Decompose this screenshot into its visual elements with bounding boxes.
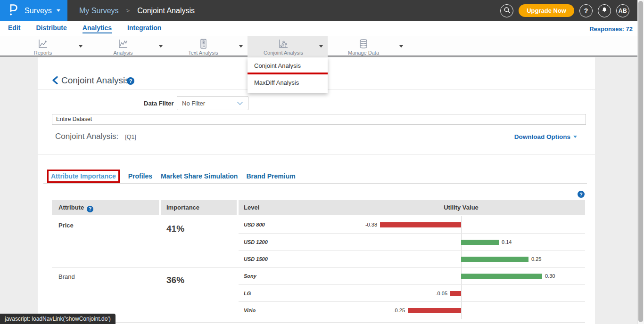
- product-label: Surveys: [25, 7, 52, 15]
- importance-value: 41%: [161, 216, 239, 267]
- download-options-label: Download Options: [514, 133, 570, 140]
- menu-item-conjoint-analysis[interactable]: Conjoint Analysis: [248, 57, 328, 74]
- level-row: Sony 0.30: [239, 267, 585, 284]
- level-label: USD 1200: [244, 239, 268, 245]
- page-title: Conjoint Analysis: [61, 75, 130, 86]
- level-label: USD 1500: [244, 256, 268, 262]
- nav-analytics[interactable]: Analytics: [83, 24, 112, 33]
- utility-value-label: -0.38: [365, 222, 377, 227]
- survey-nav: Edit Distribute Analytics Integration Re…: [0, 21, 644, 36]
- scatter-chart-icon: [278, 39, 289, 49]
- tab-profiles[interactable]: Profiles: [128, 172, 152, 180]
- utility-bar: [380, 222, 461, 227]
- divider: [38, 154, 595, 155]
- responses-count: Responses: 72: [589, 25, 633, 32]
- scrollbar-thumb[interactable]: [638, 1, 643, 322]
- chevron-down-icon: [57, 9, 60, 12]
- utility-bar: [461, 274, 542, 279]
- attribute-name: Brand: [52, 267, 161, 318]
- bell-icon: [601, 7, 608, 15]
- toolbar-conjoint-analysis[interactable]: Conjoint Analysis: [248, 36, 328, 57]
- avatar[interactable]: AB: [616, 4, 629, 17]
- nav-edit[interactable]: Edit: [8, 24, 20, 33]
- toolbar-analysis[interactable]: Analysis: [87, 36, 167, 57]
- title-help-icon[interactable]: [127, 77, 134, 85]
- questionpro-logo-icon: [8, 4, 19, 18]
- conjoint-dropdown-menu: Conjoint Analysis MaxDiff Analysis: [248, 57, 328, 93]
- menu-item-maxdiff-analysis[interactable]: MaxDiff Analysis: [248, 74, 328, 91]
- attribute-help-icon[interactable]: [87, 206, 93, 212]
- trend-chart-icon: [117, 39, 129, 49]
- upgrade-now-button[interactable]: Upgrade Now: [519, 4, 574, 17]
- utility-bar: [450, 291, 461, 296]
- utility-value-label: -0.05: [436, 291, 447, 296]
- document-report-icon: [198, 39, 209, 49]
- column-header-attribute: Attribute: [52, 200, 159, 215]
- utility-value-label: 0.14: [502, 239, 512, 245]
- question-reference: [Q1]: [125, 134, 136, 140]
- chevron-down-icon[interactable]: [239, 45, 243, 48]
- level-row: USD 1500 0.25: [239, 250, 585, 267]
- tab-market-share-simulation[interactable]: Market Share Simulation: [161, 172, 238, 180]
- annotation-red-box: Attribute Importance: [47, 170, 120, 183]
- tab-brand-premium[interactable]: Brand Premium: [246, 172, 295, 180]
- toolbar-label: Reports: [34, 50, 52, 56]
- divider: [43, 183, 587, 184]
- utility-bar: [461, 257, 528, 262]
- dataset-filter-bar[interactable]: Entire Dataset: [52, 114, 586, 125]
- analytics-toolbar: Reports Analysis: [0, 36, 644, 57]
- topbar-actions: Upgrade Now ? AB: [500, 4, 644, 17]
- breadcrumb-my-surveys[interactable]: My Surveys: [79, 7, 119, 15]
- utility-value-label: -0.25: [393, 308, 405, 313]
- data-filter-select[interactable]: No Filter: [177, 96, 248, 110]
- chevron-down-icon[interactable]: [79, 45, 83, 48]
- data-filter-label: Data Filter: [144, 100, 174, 107]
- table-help-icon[interactable]: [578, 191, 585, 198]
- breadcrumb: My Surveys > Conjoint Analysis: [79, 7, 195, 15]
- table-row-group-brand: Brand 36% Sony 0.30 LG -0.05: [52, 267, 585, 318]
- chevron-down-icon[interactable]: [159, 45, 163, 48]
- chevron-down-icon[interactable]: [319, 45, 323, 48]
- toolbar-text-analysis[interactable]: Text Analysis: [167, 36, 248, 57]
- breadcrumb-current: Conjoint Analysis: [137, 7, 195, 15]
- data-filter-value: No Filter: [182, 100, 237, 107]
- utility-value-label: 0.25: [531, 256, 541, 262]
- product-switcher[interactable]: Surveys: [0, 0, 67, 21]
- table-row-group-price: Price 41% USD 800 -0.38 USD 1200 0.14: [52, 216, 585, 267]
- toolbar-label: Manage Data: [348, 50, 379, 56]
- toolbar-reports[interactable]: Reports: [7, 36, 87, 57]
- search-icon: [504, 7, 511, 15]
- result-tabs: Attribute Importance Profiles Market Sha…: [47, 170, 296, 183]
- utility-bar: [461, 240, 499, 245]
- content-card: Conjoint Analysis Data Filter No Filter …: [38, 57, 595, 324]
- scrollbar-track[interactable]: [637, 0, 644, 324]
- chevron-down-icon: [237, 99, 243, 107]
- level-row: USD 1200 0.14: [239, 233, 585, 250]
- attribute-importance-table: Attribute Importance Level Utility Value…: [52, 200, 585, 323]
- breadcrumb-separator: >: [126, 7, 130, 14]
- line-chart-icon: [37, 39, 49, 49]
- level-row: Vizio -0.25: [239, 301, 585, 318]
- chevron-down-icon[interactable]: [399, 45, 403, 48]
- search-button[interactable]: [500, 4, 513, 17]
- tab-attribute-importance[interactable]: Attribute Importance: [51, 172, 116, 180]
- utility-value-label: 0.30: [545, 273, 555, 279]
- level-row: LG -0.05: [239, 284, 585, 301]
- toolbar-label: Text Analysis: [188, 50, 218, 56]
- nav-integration[interactable]: Integration: [127, 24, 161, 33]
- toolbar-manage-data[interactable]: Manage Data: [328, 36, 408, 57]
- importance-value: 36%: [161, 267, 239, 318]
- help-button[interactable]: ?: [579, 4, 593, 17]
- notifications-button[interactable]: [598, 4, 611, 17]
- back-button[interactable]: [52, 76, 58, 86]
- column-header-level: Level Utility Value: [239, 200, 585, 215]
- database-icon: [358, 39, 369, 49]
- top-bar: Surveys My Surveys > Conjoint Analysis U…: [0, 0, 644, 21]
- nav-distribute[interactable]: Distribute: [36, 24, 66, 33]
- level-label: USD 800: [244, 222, 265, 227]
- analysis-subtitle: Conjoint Analysis:[Q1]: [55, 132, 136, 141]
- app-window: Surveys My Surveys > Conjoint Analysis U…: [0, 0, 644, 324]
- download-options-link[interactable]: Download Options: [514, 133, 577, 140]
- attribute-name: Price: [52, 216, 161, 267]
- subtitle-label: Conjoint Analysis:: [55, 132, 118, 141]
